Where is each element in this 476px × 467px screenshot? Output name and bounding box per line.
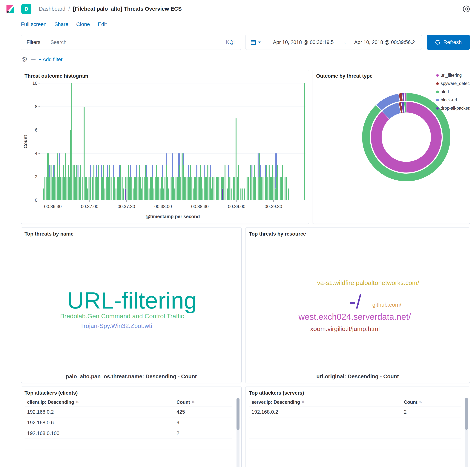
histogram-bar-segment[interactable]	[282, 165, 283, 200]
tag-cloud-word[interactable]: github.com/	[372, 302, 401, 308]
histogram-bar-segment[interactable]	[168, 189, 169, 200]
histogram-bar-segment[interactable]	[48, 154, 49, 200]
histogram-bar-segment[interactable]	[178, 154, 179, 177]
tag-cloud-word[interactable]: va-s1.wildfire.paloaltonetworks.com/	[317, 280, 419, 286]
table-header-field[interactable]: server.ip: Descending⇅	[249, 400, 404, 405]
histogram-bar-segment[interactable]	[182, 154, 183, 200]
histogram-bar-segment[interactable]	[227, 189, 228, 200]
histogram-bar-segment[interactable]	[187, 177, 188, 200]
histogram-bar-segment[interactable]	[304, 83, 305, 200]
histogram-bar-segment[interactable]	[64, 177, 65, 200]
histogram-bar-segment[interactable]	[174, 189, 175, 200]
histogram-bar-segment[interactable]	[56, 177, 56, 200]
histogram-bar-segment[interactable]	[115, 189, 116, 200]
histogram-bar-segment[interactable]	[260, 165, 261, 177]
histogram-bar-segment[interactable]	[87, 189, 88, 200]
histogram-bar-segment[interactable]	[147, 177, 148, 200]
histogram-bar-segment[interactable]	[248, 177, 249, 200]
histogram-bar-segment[interactable]	[195, 177, 196, 200]
table-header-field[interactable]: client.ip: Descending⇅	[25, 400, 176, 405]
histogram-bar-segment[interactable]	[275, 154, 276, 189]
histogram-bar-segment[interactable]	[69, 177, 70, 200]
kibana-logo[interactable]	[6, 4, 14, 13]
histogram-bar-segment[interactable]	[184, 177, 185, 200]
histogram-bar-segment[interactable]	[271, 177, 272, 200]
histogram-bar-segment[interactable]	[237, 177, 238, 200]
histogram-bar-segment[interactable]	[251, 177, 252, 200]
histogram-bar-segment[interactable]	[163, 189, 164, 200]
scrollbar-track[interactable]	[465, 398, 468, 467]
histogram-bar-segment[interactable]	[76, 165, 77, 200]
histogram-bar-segment[interactable]	[133, 189, 134, 200]
histogram-bar-segment[interactable]	[130, 177, 131, 200]
edit-link[interactable]: Edit	[98, 21, 107, 27]
histogram-bar-segment[interactable]	[142, 177, 143, 200]
histogram-bar-segment[interactable]	[146, 165, 147, 177]
tag-cloud-word[interactable]: -/	[350, 292, 361, 311]
legend-item-spyware_detected[interactable]: spyware_detected	[436, 81, 470, 86]
tag-cloud-word[interactable]: Bredolab.Gen Command and Control Traffic	[60, 313, 184, 319]
histogram-bar-segment[interactable]	[164, 177, 165, 200]
histogram-bar-segment[interactable]	[60, 177, 61, 200]
histogram-bar-segment[interactable]	[196, 177, 197, 200]
tag-cloud-word[interactable]: west.exch024.serverdata.net/	[299, 312, 411, 321]
histogram-bar-segment[interactable]	[189, 177, 190, 200]
add-filter-link[interactable]: + Add filter	[38, 57, 63, 63]
histogram-bar-segment[interactable]	[244, 189, 245, 200]
histogram-bar-segment[interactable]	[236, 118, 237, 200]
histogram-bar-segment[interactable]	[172, 177, 173, 200]
histogram-bar-segment[interactable]	[206, 177, 207, 200]
histogram-bar-segment[interactable]	[123, 189, 124, 200]
histogram-bar-segment[interactable]	[179, 165, 180, 200]
histogram-bar-segment[interactable]	[212, 177, 213, 200]
histogram-bar-segment[interactable]	[153, 189, 154, 200]
histogram-bar-segment[interactable]	[178, 177, 179, 200]
histogram-bar-segment[interactable]	[162, 165, 163, 177]
histogram-bar-segment[interactable]	[106, 177, 107, 200]
histogram-bar-segment[interactable]	[265, 177, 266, 200]
histogram-bar-segment[interactable]	[84, 107, 85, 200]
histogram-bar-segment[interactable]	[228, 177, 229, 200]
histogram-bar-segment[interactable]	[78, 165, 78, 177]
table-header-count[interactable]: Count⇅	[176, 400, 232, 405]
histogram-bar-segment[interactable]	[253, 177, 254, 200]
histogram-bar-segment[interactable]	[213, 177, 214, 200]
histogram-bar-segment[interactable]	[166, 165, 167, 200]
histogram-bar-segment[interactable]	[45, 177, 45, 200]
histogram-bar-segment[interactable]	[205, 177, 206, 200]
histogram-bar-segment[interactable]	[260, 177, 261, 200]
histogram-bar-segment[interactable]	[265, 165, 266, 177]
histogram-bar-segment[interactable]	[157, 177, 158, 200]
histogram-bar-segment[interactable]	[281, 177, 282, 200]
histogram-bar-segment[interactable]	[255, 177, 256, 200]
histogram-bar-segment[interactable]	[49, 177, 50, 200]
full-screen-link[interactable]: Full screen	[21, 21, 47, 27]
histogram-bar-segment[interactable]	[145, 165, 146, 200]
histogram-bar-segment[interactable]	[130, 165, 131, 177]
histogram-bar-segment[interactable]	[95, 177, 96, 200]
histogram-bar-segment[interactable]	[266, 165, 267, 200]
histogram-bar-segment[interactable]	[80, 165, 81, 200]
histogram-bar-segment[interactable]	[152, 165, 153, 177]
histogram-bar-segment[interactable]	[119, 165, 120, 177]
table-header-count[interactable]: Count⇅	[404, 400, 461, 405]
histogram-bar-segment[interactable]	[259, 154, 260, 200]
histogram-bar-segment[interactable]	[198, 177, 199, 200]
histogram-bar-segment[interactable]	[141, 189, 142, 200]
histogram-bar-segment[interactable]	[173, 177, 174, 200]
scrollbar-thumb[interactable]	[237, 398, 239, 430]
histogram-bar-segment[interactable]	[113, 165, 114, 177]
histogram-bar-segment[interactable]	[75, 177, 76, 200]
histogram-bar-segment[interactable]	[288, 189, 289, 200]
clone-link[interactable]: Clone	[76, 21, 90, 27]
histogram-bar-segment[interactable]	[234, 177, 235, 200]
histogram-bar-segment[interactable]	[158, 177, 159, 200]
histogram-bar-segment[interactable]	[180, 177, 181, 200]
histogram-bar-segment[interactable]	[272, 165, 273, 200]
histogram-bar-segment[interactable]	[218, 177, 219, 200]
histogram-bar-segment[interactable]	[104, 189, 105, 200]
histogram-bar-segment[interactable]	[50, 165, 51, 200]
histogram-bar-segment[interactable]	[111, 177, 112, 200]
histogram-bar-segment[interactable]	[122, 177, 123, 200]
histogram-bar-segment[interactable]	[183, 165, 184, 200]
